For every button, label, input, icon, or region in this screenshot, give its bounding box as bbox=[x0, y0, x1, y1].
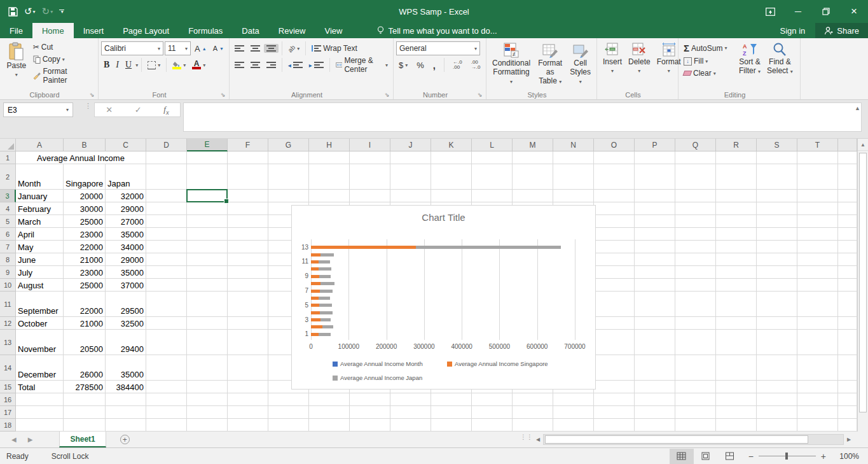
cell-Q8[interactable] bbox=[675, 253, 716, 266]
cell-I3[interactable] bbox=[350, 190, 390, 202]
align-middle-button[interactable] bbox=[248, 44, 263, 53]
cell-A13[interactable]: November bbox=[16, 330, 64, 355]
cell-B8[interactable]: 21000 bbox=[64, 253, 106, 266]
cell-T10[interactable] bbox=[797, 279, 838, 292]
cell-B13[interactable]: 20500 bbox=[64, 330, 106, 355]
cell-partial-14[interactable] bbox=[838, 355, 857, 381]
cell-J3[interactable] bbox=[390, 190, 431, 202]
cell-J18[interactable] bbox=[390, 419, 431, 432]
cell-T14[interactable] bbox=[797, 355, 838, 381]
bar-segment[interactable] bbox=[319, 333, 331, 336]
cell-T1[interactable] bbox=[797, 151, 838, 164]
horizontal-scroll-thumb[interactable] bbox=[545, 435, 808, 444]
save-icon[interactable] bbox=[6, 6, 20, 18]
column-header-partial[interactable] bbox=[838, 139, 857, 151]
cell-B4[interactable]: 30000 bbox=[64, 202, 106, 215]
cell-M18[interactable] bbox=[513, 419, 553, 432]
row-header-3[interactable]: 3 bbox=[0, 190, 16, 202]
cell-C6[interactable]: 35000 bbox=[106, 228, 146, 241]
row-header-18[interactable]: 18 bbox=[0, 419, 16, 432]
cell-R13[interactable] bbox=[716, 330, 757, 355]
cell-B6[interactable]: 23000 bbox=[64, 228, 106, 241]
cell-O17[interactable] bbox=[594, 406, 635, 419]
font-size-select[interactable]: 11▾ bbox=[165, 41, 191, 55]
row-header-4[interactable]: 4 bbox=[0, 202, 16, 215]
bar-segment[interactable] bbox=[322, 325, 333, 328]
cell-O12[interactable] bbox=[594, 317, 635, 330]
cell-J17[interactable] bbox=[390, 406, 431, 419]
cell-Q17[interactable] bbox=[675, 406, 716, 419]
cell-J1[interactable] bbox=[390, 151, 431, 164]
cell-S4[interactable] bbox=[757, 202, 797, 215]
cell-C16[interactable] bbox=[106, 393, 146, 406]
bar-segment[interactable] bbox=[311, 297, 319, 300]
cell-partial-3[interactable] bbox=[838, 190, 857, 202]
bar-segment[interactable] bbox=[311, 333, 319, 336]
cell-D5[interactable] bbox=[146, 215, 187, 228]
bar-segment[interactable] bbox=[319, 304, 332, 307]
cell-D13[interactable] bbox=[146, 330, 187, 355]
cell-T15[interactable] bbox=[797, 381, 838, 393]
cell-O9[interactable] bbox=[594, 266, 635, 279]
cell-P9[interactable] bbox=[635, 266, 675, 279]
cell-A12[interactable]: October bbox=[16, 317, 64, 330]
column-header-I[interactable]: I bbox=[350, 139, 390, 151]
bar-segment[interactable] bbox=[311, 318, 320, 321]
cell-partial-13[interactable] bbox=[838, 330, 857, 355]
cell-S3[interactable] bbox=[757, 190, 797, 202]
cell-A4[interactable]: February bbox=[16, 202, 64, 215]
cell-G17[interactable] bbox=[268, 406, 309, 419]
column-header-F[interactable]: F bbox=[228, 139, 268, 151]
cell-T9[interactable] bbox=[797, 266, 838, 279]
cell-T3[interactable] bbox=[797, 190, 838, 202]
cell-partial-2[interactable] bbox=[838, 164, 857, 190]
cell-partial-11[interactable] bbox=[838, 292, 857, 317]
column-header-R[interactable]: R bbox=[716, 139, 757, 151]
cell-partial-1[interactable] bbox=[838, 151, 857, 164]
cell-R6[interactable] bbox=[716, 228, 757, 241]
cell-E12[interactable] bbox=[187, 317, 228, 330]
cell-O6[interactable] bbox=[594, 228, 635, 241]
cell-M3[interactable] bbox=[513, 190, 553, 202]
number-dialog-launcher[interactable]: ⇘ bbox=[478, 92, 484, 98]
cell-O18[interactable] bbox=[594, 419, 635, 432]
cell-H18[interactable] bbox=[309, 419, 350, 432]
wrap-text-button[interactable]: Wrap Text bbox=[309, 43, 360, 54]
cell-G18[interactable] bbox=[268, 419, 309, 432]
align-left-button[interactable] bbox=[232, 60, 247, 69]
cell-partial-5[interactable] bbox=[838, 215, 857, 228]
column-header-B[interactable]: B bbox=[64, 139, 106, 151]
cell-H16[interactable] bbox=[309, 393, 350, 406]
cell-F4[interactable] bbox=[228, 202, 268, 215]
cell-K1[interactable] bbox=[431, 151, 472, 164]
cell-A5[interactable]: March bbox=[16, 215, 64, 228]
cell-T16[interactable] bbox=[797, 393, 838, 406]
cell-A1[interactable]: Average Annual Income bbox=[16, 151, 146, 164]
cell-R8[interactable] bbox=[716, 253, 757, 266]
cell-G1[interactable] bbox=[268, 151, 309, 164]
cell-F3[interactable] bbox=[228, 190, 268, 202]
cell-A15[interactable]: Total bbox=[16, 381, 64, 393]
cell-M2[interactable] bbox=[513, 164, 553, 190]
cell-D17[interactable] bbox=[146, 406, 187, 419]
cell-L17[interactable] bbox=[472, 406, 513, 419]
name-box[interactable]: E3▾ bbox=[3, 102, 73, 117]
cell-O15[interactable] bbox=[594, 381, 635, 393]
tab-formulas[interactable]: Formulas bbox=[179, 23, 232, 38]
cell-I2[interactable] bbox=[350, 164, 390, 190]
cell-B3[interactable]: 20000 bbox=[64, 190, 106, 202]
cell-R10[interactable] bbox=[716, 279, 757, 292]
cell-O1[interactable] bbox=[594, 151, 635, 164]
column-header-H[interactable]: H bbox=[309, 139, 350, 151]
normal-view-button[interactable] bbox=[670, 449, 694, 464]
ribbon-display-options-icon[interactable] bbox=[756, 0, 784, 23]
cell-C12[interactable]: 32500 bbox=[106, 317, 146, 330]
column-header-A[interactable]: A bbox=[16, 139, 64, 151]
cell-N16[interactable] bbox=[553, 393, 594, 406]
cell-B7[interactable]: 22000 bbox=[64, 241, 106, 253]
new-sheet-button[interactable]: + bbox=[120, 432, 130, 447]
row-header-7[interactable]: 7 bbox=[0, 241, 16, 253]
cell-K18[interactable] bbox=[431, 419, 472, 432]
cell-S6[interactable] bbox=[757, 228, 797, 241]
cell-F7[interactable] bbox=[228, 241, 268, 253]
